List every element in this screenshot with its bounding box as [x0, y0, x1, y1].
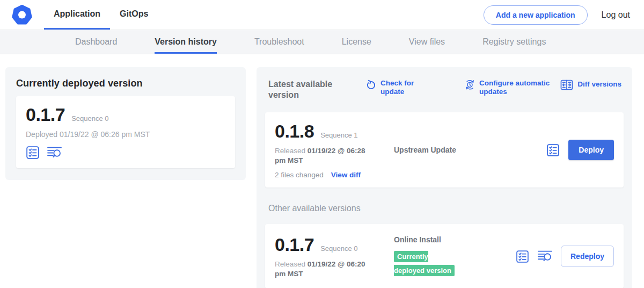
subnav-dashboard-label: Dashboard	[75, 37, 117, 47]
other-available-versions-title: Other available versions	[268, 204, 624, 213]
subnav-item-version-history[interactable]: Version history	[155, 30, 217, 54]
subnav-item-troubleshoot[interactable]: Troubleshoot	[254, 30, 304, 54]
subnav-troubleshoot-label: Troubleshoot	[254, 37, 304, 47]
tab-application-label: Application	[54, 9, 100, 19]
subnav-registry-settings-label: Registry settings	[482, 37, 546, 47]
subnav-item-view-files[interactable]: View files	[409, 30, 445, 54]
tab-gitops[interactable]: GitOps	[110, 0, 158, 30]
subnav-item-dashboard[interactable]: Dashboard	[75, 30, 117, 54]
diff-versions-button[interactable]: Diff versions	[560, 79, 621, 90]
deployed-timestamp: Deployed 01/19/22 @ 06:26 pm MST	[26, 130, 225, 139]
other-version-source: Online Install	[394, 235, 516, 244]
logout-link[interactable]: Log out	[602, 10, 630, 20]
available-versions-panel: Latest available version Check for updat…	[257, 67, 632, 288]
clock-sync-icon	[465, 80, 475, 90]
redeploy-button[interactable]: Redeploy	[561, 246, 614, 267]
header-tabs: Application GitOps	[44, 0, 158, 30]
top-header: Application GitOps Add a new application…	[0, 0, 644, 30]
view-deploy-logs-icon[interactable]	[538, 250, 552, 263]
currently-deployed-panel: Currently deployed version 0.1.7 Sequenc…	[5, 67, 246, 180]
subnav-item-license[interactable]: License	[342, 30, 371, 54]
subnav-license-label: License	[342, 37, 371, 47]
other-sequence-label: Sequence 0	[320, 244, 357, 253]
tab-gitops-label: GitOps	[120, 9, 148, 19]
deployed-version-number: 0.1.7	[26, 104, 65, 125]
configure-automatic-updates-button[interactable]: Configure automatic updates	[465, 79, 557, 96]
latest-sequence-label: Sequence 1	[320, 131, 357, 139]
latest-version-source: Upstream Update	[394, 146, 546, 154]
released-prefix: Released	[275, 147, 305, 155]
subnav-view-files-label: View files	[409, 37, 445, 47]
diff-versions-label: Diff versions	[577, 80, 621, 89]
view-deploy-logs-icon[interactable]	[47, 146, 62, 159]
other-released-timestamp: Released 01/19/22 @ 06:20 pm MST	[275, 260, 378, 279]
configure-automatic-updates-label: Configure automatic updates	[479, 79, 557, 96]
released-prefix: Released	[275, 260, 305, 268]
subnav-item-registry-settings[interactable]: Registry settings	[482, 30, 546, 54]
diff-table-icon	[560, 80, 573, 90]
other-version-number: 0.1.7	[275, 234, 314, 255]
deployed-sequence-label: Sequence 0	[71, 114, 108, 123]
app-subnav: Dashboard Version history Troubleshoot L…	[0, 30, 644, 54]
preflight-checks-icon[interactable]	[546, 143, 560, 157]
latest-version-number: 0.1.8	[275, 121, 314, 142]
header-right: Add a new application Log out	[484, 0, 644, 30]
latest-available-title: Latest available version	[268, 79, 349, 100]
preflight-checks-icon[interactable]	[516, 250, 529, 263]
tab-application[interactable]: Application	[44, 0, 110, 30]
deploy-button[interactable]: Deploy	[568, 140, 614, 160]
latest-released-timestamp: Released 01/19/22 @ 06:28 pm MST	[275, 146, 378, 165]
check-for-update-button[interactable]: Check for update	[366, 79, 429, 96]
latest-version-card: 0.1.8 Sequence 1 Released 01/19/22 @ 06:…	[265, 112, 624, 188]
currently-deployed-badge: Currently deployed version	[394, 251, 455, 276]
app-heptagon-logo-icon	[12, 5, 32, 25]
deployed-version-card: 0.1.7 Sequence 0 Deployed 01/19/22 @ 06:…	[16, 96, 235, 168]
app-logo[interactable]	[0, 0, 32, 30]
files-changed-label: 2 files changed	[275, 171, 324, 179]
available-versions-header: Latest available version Check for updat…	[265, 78, 624, 100]
other-version-card: 0.1.7 Sequence 0 Released 01/19/22 @ 06:…	[265, 224, 624, 288]
view-diff-link[interactable]: View diff	[331, 171, 361, 179]
refresh-icon	[366, 80, 376, 90]
preflight-checks-icon[interactable]	[26, 146, 40, 160]
check-for-update-label: Check for update	[380, 79, 429, 96]
add-application-button[interactable]: Add a new application	[484, 5, 588, 25]
subnav-version-history-label: Version history	[155, 37, 217, 47]
main-content: Currently deployed version 0.1.7 Sequenc…	[0, 54, 644, 288]
currently-deployed-title: Currently deployed version	[16, 78, 235, 89]
